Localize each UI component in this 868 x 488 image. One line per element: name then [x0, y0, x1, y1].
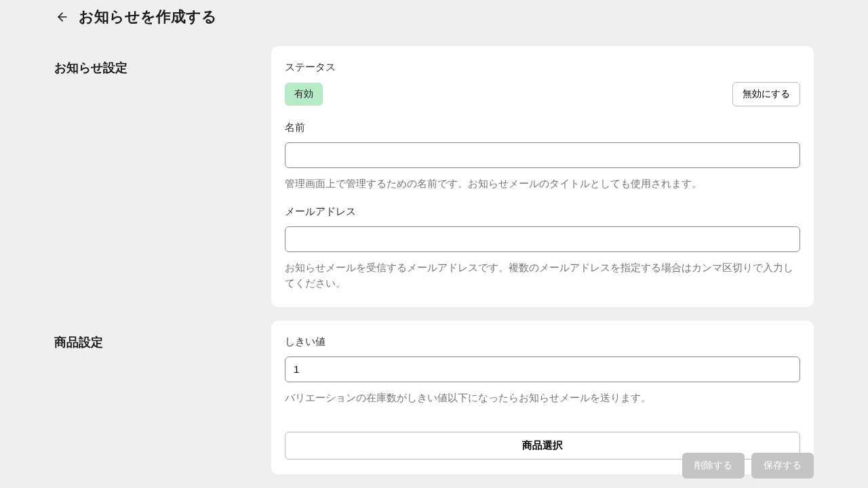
section-title-notification: お知らせ設定	[54, 46, 244, 307]
notification-card: ステータス 有効 無効にする 名前 管理画面上で管理するための名前です。お知らせ…	[271, 46, 814, 307]
page-title: お知らせを作成する	[79, 7, 217, 27]
disable-button[interactable]: 無効にする	[732, 82, 800, 106]
threshold-help: バリエーションの在庫数がしきい値以下になったらお知らせメールを送ります。	[285, 390, 800, 406]
arrow-left-icon	[56, 10, 69, 24]
delete-button[interactable]: 削除する	[682, 453, 745, 479]
status-label: ステータス	[285, 61, 800, 74]
back-button[interactable]	[54, 9, 71, 25]
name-help: 管理画面上で管理するための名前です。お知らせメールのタイトルとしても使用されます…	[285, 176, 800, 192]
email-input[interactable]	[285, 226, 800, 252]
section-title-product: 商品設定	[54, 321, 244, 474]
name-input[interactable]	[285, 142, 800, 168]
name-label: 名前	[285, 121, 800, 134]
product-card: しきい値 バリエーションの在庫数がしきい値以下になったらお知らせメールを送ります…	[271, 321, 814, 474]
status-badge: 有効	[285, 83, 323, 106]
threshold-input[interactable]	[285, 357, 800, 382]
save-button[interactable]: 保存する	[751, 453, 814, 479]
email-help: お知らせメールを受信するメールアドレスです。複数のメールアドレスを指定する場合は…	[285, 260, 800, 291]
threshold-label: しきい値	[285, 336, 800, 348]
email-label: メールアドレス	[285, 205, 800, 218]
